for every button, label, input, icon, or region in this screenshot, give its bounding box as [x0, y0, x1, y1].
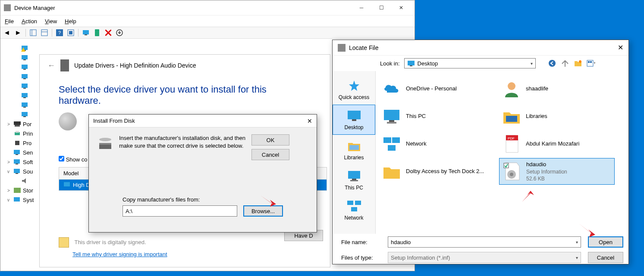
ifd-text: Insert the manufacturer's installation d… — [119, 134, 246, 150]
tree-item[interactable] — [6, 81, 42, 91]
file-item[interactable]: This PC — [379, 103, 495, 130]
file-item[interactable]: Network — [379, 130, 495, 157]
svg-rect-42 — [14, 197, 20, 202]
tb-device-icon[interactable] — [92, 28, 102, 37]
svg-rect-43 — [64, 182, 70, 186]
file-name: shaadlife — [526, 85, 548, 93]
tb-props-icon[interactable] — [66, 28, 75, 37]
lf-close-button[interactable]: ✕ — [618, 43, 623, 52]
svg-rect-70 — [388, 145, 396, 151]
menu-file[interactable]: File — [5, 18, 14, 25]
nav-up-icon[interactable] — [561, 59, 569, 68]
tree-item[interactable] — [6, 53, 42, 62]
svg-rect-34 — [15, 141, 19, 145]
star-icon — [346, 79, 362, 93]
svg-rect-41 — [14, 188, 21, 193]
update-icon[interactable] — [115, 28, 124, 37]
svg-rect-38 — [16, 164, 18, 164]
sidebar-item-desktop[interactable]: Desktop — [333, 105, 375, 135]
arrow-annotation — [577, 222, 596, 238]
svg-rect-47 — [408, 61, 415, 65]
ifd-ok-button[interactable]: OK — [251, 134, 289, 146]
sidebar-label: Libraries — [344, 155, 364, 161]
tree-item[interactable]: vSou — [6, 167, 42, 176]
file-name: Libraries — [526, 112, 547, 120]
sidebar-item-libraries[interactable]: Libraries — [333, 135, 375, 165]
back-icon[interactable]: ◄ — [2, 28, 12, 37]
sidebar-item-network[interactable]: Network — [333, 195, 375, 225]
tree-item[interactable]: >Por — [6, 119, 42, 129]
chevron-down-icon: ▾ — [576, 255, 578, 260]
menu-view[interactable]: View — [45, 18, 57, 25]
tree-item[interactable]: Pro — [6, 138, 42, 148]
svg-rect-65 — [389, 120, 394, 122]
svg-rect-35 — [14, 150, 20, 154]
tree-item[interactable]: >Stor — [6, 186, 42, 195]
tree-item[interactable]: vSyst — [6, 195, 42, 205]
tree-item[interactable]: >Soft — [6, 157, 42, 167]
svg-rect-62 — [351, 207, 357, 211]
svg-rect-66 — [387, 122, 396, 124]
lookin-combo[interactable]: Desktop ▾ — [404, 58, 536, 68]
maximize-button[interactable]: ☐ — [371, 1, 391, 14]
lookin-label: Look in: — [380, 60, 400, 67]
tree-item[interactable]: Sen — [6, 148, 42, 157]
new-folder-icon[interactable] — [574, 59, 582, 68]
file-item[interactable]: Libraries — [499, 103, 615, 130]
file-item[interactable]: hdaudioSetup Information52.6 KB — [499, 158, 615, 185]
svg-rect-61 — [355, 201, 361, 205]
close-button[interactable]: ✕ — [391, 1, 411, 14]
tb-help-icon[interactable]: ? — [55, 28, 64, 37]
file-item[interactable]: Dolby Access by Tech Dock 2... — [379, 158, 495, 185]
tree-item[interactable]: Prin — [6, 129, 42, 138]
lf-title: Locate File — [349, 44, 378, 51]
menu-help[interactable]: Help — [65, 18, 76, 25]
tree-item[interactable] — [6, 43, 42, 53]
copy-from-label: Copy manufacturer's files from: — [123, 196, 283, 203]
tree-item[interactable] — [6, 110, 42, 119]
show-compatible-checkbox[interactable] — [59, 156, 64, 161]
filename-combo[interactable]: hdaudio▾ — [388, 236, 581, 248]
svg-rect-36 — [16, 154, 18, 155]
svg-rect-69 — [392, 137, 400, 143]
tb-scan-icon[interactable] — [81, 28, 91, 37]
lf-cancel-button[interactable]: Cancel — [588, 252, 623, 263]
sidebar-item-quick-access[interactable]: Quick access — [333, 74, 375, 105]
sidebar-item-this-pc[interactable]: This PC — [333, 165, 375, 195]
sidebar-label: Desktop — [344, 124, 363, 130]
driver-icon — [60, 59, 69, 71]
tb-icon-2[interactable] — [40, 28, 49, 37]
nav-back-icon[interactable] — [548, 59, 556, 68]
svg-rect-25 — [23, 97, 26, 98]
svg-rect-23 — [23, 88, 26, 89]
tree-item[interactable] — [6, 91, 42, 100]
signing-link[interactable]: Tell me why driver signing is important — [72, 251, 322, 257]
lf-sidebar: Quick accessDesktopLibrariesThis PCNetwo… — [333, 71, 376, 234]
file-name: Network — [406, 140, 427, 148]
minimize-button[interactable]: ─ — [352, 1, 371, 14]
tree-item[interactable] — [6, 62, 42, 72]
copy-from-input[interactable] — [123, 205, 237, 217]
file-item[interactable]: PDFAbdul Karim Mozafari — [499, 130, 615, 157]
ifd-cancel-button[interactable]: Cancel — [251, 149, 289, 160]
tree-item[interactable] — [6, 72, 42, 81]
svg-point-63 — [508, 82, 515, 90]
ifd-close-button[interactable]: ✕ — [307, 118, 312, 124]
arrow-annotation — [519, 190, 537, 203]
ifd-title: Install From Disk — [93, 118, 135, 124]
tree-item[interactable] — [6, 176, 42, 186]
svg-rect-48 — [410, 65, 412, 66]
menu-action[interactable]: Action — [22, 18, 37, 25]
back-arrow-icon[interactable]: ← — [47, 61, 55, 70]
file-item[interactable]: shaadlife — [499, 75, 615, 102]
file-type: Setup Information — [526, 168, 567, 175]
tree-item[interactable] — [6, 100, 42, 110]
tb-icon-1[interactable] — [28, 28, 38, 37]
inf-icon — [502, 161, 522, 181]
svg-rect-18 — [22, 65, 28, 69]
remove-icon[interactable] — [104, 28, 113, 37]
file-item[interactable]: OneDrive - Personal — [379, 75, 495, 102]
view-menu-icon[interactable] — [587, 59, 595, 68]
fwd-icon[interactable]: ► — [13, 28, 23, 37]
filetype-combo: Setup Information (*.inf)▾ — [388, 252, 581, 263]
